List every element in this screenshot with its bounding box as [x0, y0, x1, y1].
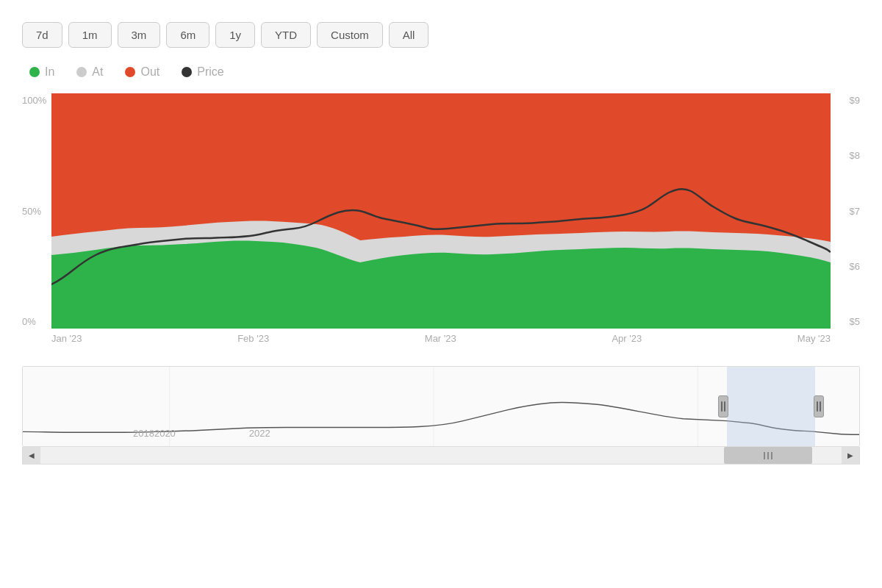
x-label-feb: Feb '23	[237, 333, 269, 344]
y-axis-left: 100% 50% 0%	[22, 93, 46, 329]
mini-handle-left-lines	[721, 401, 725, 412]
x-label-jan: Jan '23	[51, 333, 82, 344]
scroll-thumb[interactable]	[724, 447, 812, 464]
btn-1m[interactable]: 1m	[68, 22, 112, 48]
legend-dot-price	[182, 67, 192, 77]
legend-price-label: Price	[197, 65, 223, 79]
x-axis: Jan '23 Feb '23 Mar '23 Apr '23 May '23	[22, 333, 860, 344]
scroll-thumb-line-1	[764, 452, 765, 459]
y-label-0: 0%	[22, 316, 46, 327]
mini-handle-right[interactable]	[814, 395, 824, 417]
legend-dot-in	[29, 67, 40, 77]
legend-out-label: Out	[140, 65, 159, 79]
btn-6m[interactable]: 6m	[166, 22, 209, 48]
y-label-8: $8	[850, 150, 860, 161]
legend-at-label: At	[92, 65, 103, 79]
x-label-may: May '23	[797, 333, 831, 344]
btn-7d[interactable]: 7d	[22, 22, 62, 48]
y-label-7: $7	[850, 206, 860, 217]
mini-highlight	[727, 367, 815, 446]
in-area	[51, 241, 831, 329]
legend-in-label: In	[45, 65, 54, 79]
y-label-5: $5	[850, 316, 860, 327]
scroll-track[interactable]	[40, 447, 842, 464]
main-chart: 100% 50% 0% $9 $8 $7 $6 $5	[22, 93, 860, 329]
scroll-thumb-lines	[764, 452, 772, 459]
handle-line-3	[817, 401, 818, 412]
time-range-buttons: 7d 1m 3m 6m 1y YTD Custom All	[22, 22, 860, 48]
btn-ytd[interactable]: YTD	[261, 22, 311, 48]
mini-handle-right-lines	[817, 401, 821, 412]
y-label-50: 50%	[22, 206, 46, 217]
handle-line-1	[721, 401, 723, 412]
legend-in[interactable]: In	[29, 65, 54, 79]
mini-chart-section: 2018 2020 2022	[22, 366, 860, 465]
chart-legend: In At Out Price	[22, 65, 860, 79]
legend-at[interactable]: At	[76, 65, 103, 79]
legend-dot-out	[125, 67, 135, 77]
scroll-left-arrow[interactable]: ◀	[23, 447, 40, 465]
main-chart-svg	[51, 93, 831, 329]
y-label-9: $9	[850, 95, 860, 106]
handle-line-2	[724, 401, 725, 412]
x-label-mar: Mar '23	[425, 333, 456, 344]
btn-all[interactable]: All	[389, 22, 429, 48]
scrollbar[interactable]: ◀ ▶	[22, 447, 860, 465]
y-axis-right: $9 $8 $7 $6 $5	[850, 93, 860, 329]
legend-dot-at	[76, 67, 87, 77]
legend-out[interactable]: Out	[125, 65, 159, 79]
scroll-right-arrow[interactable]: ▶	[842, 447, 859, 465]
y-label-100: 100%	[22, 95, 46, 106]
handle-line-4	[820, 401, 821, 412]
btn-3m[interactable]: 3m	[118, 22, 161, 48]
scroll-thumb-line-3	[771, 452, 772, 459]
btn-custom[interactable]: Custom	[317, 22, 383, 48]
chart-svg-container	[51, 93, 831, 329]
main-chart-wrapper: 100% 50% 0% $9 $8 $7 $6 $5	[22, 93, 860, 465]
scroll-thumb-line-2	[767, 452, 769, 459]
x-label-apr: Apr '23	[612, 333, 642, 344]
mini-handle-left[interactable]	[718, 395, 728, 417]
legend-price[interactable]: Price	[182, 65, 223, 79]
y-label-6: $6	[850, 261, 860, 272]
mini-chart-container[interactable]: 2018 2020 2022	[22, 366, 860, 447]
btn-1y[interactable]: 1y	[215, 22, 255, 48]
